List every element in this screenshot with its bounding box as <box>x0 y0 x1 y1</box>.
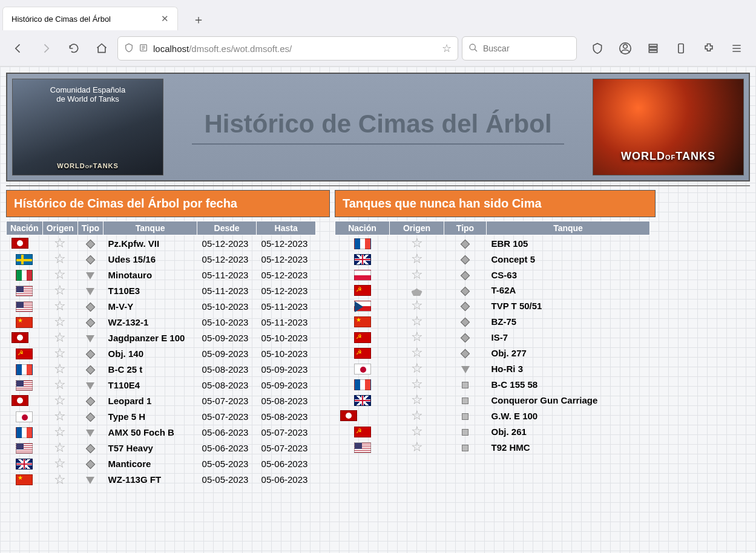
shield-icon <box>124 43 134 54</box>
cell-tank: AMX 50 Foch B <box>104 424 197 440</box>
extension-icon-1[interactable] <box>640 36 666 61</box>
table-right: NaciónOrigenTipoTanque☆EBR 105☆Concept 5… <box>335 221 650 455</box>
ublock-icon[interactable] <box>584 36 611 61</box>
origin-star-icon: ☆ <box>411 394 423 406</box>
cell-origin: ☆ <box>42 267 77 283</box>
cell-tank: TVP T 50/51 <box>487 298 650 313</box>
cell-type <box>444 235 487 252</box>
forward-button[interactable] <box>34 36 58 61</box>
cell-tank: WZ-113G FT <box>104 471 197 487</box>
origin-star-icon: ☆ <box>54 269 66 281</box>
cell-tank: Obj. 261 <box>487 424 650 439</box>
browser-tab[interactable]: Histórico de Cimas del Árbol ✕ <box>2 7 178 30</box>
home-button[interactable] <box>90 36 114 61</box>
cell-tank: Conqueror Gun Carriage <box>487 392 650 408</box>
device-icon[interactable] <box>668 36 694 61</box>
table-left-block: Hístórico de Cimas del Árbol por fecha N… <box>6 190 330 488</box>
cell-origin: ☆ <box>42 330 77 345</box>
flag-uk-icon <box>16 459 33 470</box>
cell-origin: ☆ <box>42 314 77 330</box>
cell-from: 05-05-2023 <box>197 456 257 471</box>
svg-rect-7 <box>679 44 683 53</box>
cell-tank: T110E4 <box>104 377 197 393</box>
cell-type <box>444 361 487 376</box>
menu-icon[interactable] <box>723 36 750 61</box>
type-medium-icon <box>86 460 96 470</box>
cell-origin: ☆ <box>42 361 77 377</box>
cell-origin: ☆ <box>390 329 444 345</box>
cell-tank: B-C 25 t <box>104 361 197 377</box>
table-row: ☆WZ-113G FT05-05-202305-06-2023 <box>7 471 316 487</box>
cell-type <box>77 251 103 267</box>
cell-origin: ☆ <box>390 235 444 252</box>
cell-from: 05-06-2023 <box>197 440 257 456</box>
cell-from: 05-10-2023 <box>197 298 257 314</box>
cell-from: 05-07-2023 <box>197 393 257 408</box>
flag-fr-icon <box>16 364 33 375</box>
type-medium-icon <box>86 397 96 407</box>
cell-tank: G.W. E 100 <box>487 408 650 424</box>
cell-to: 05-12-2023 <box>257 235 316 252</box>
type-medium-icon <box>461 333 470 343</box>
url-bar[interactable]: localhost/dmsoft.es/wot.dmsoft.es/ ☆ <box>117 36 458 61</box>
flag-uk-icon <box>354 395 371 406</box>
cell-from: 05-07-2023 <box>197 408 257 424</box>
cell-nation <box>335 408 390 424</box>
table-right-title: Tanques que nunca han sido Cima <box>335 190 656 217</box>
cell-origin: ☆ <box>42 283 77 298</box>
col-header: Tipo <box>77 221 103 235</box>
table-left-title: Hístórico de Cimas del Árbol por fecha <box>6 190 330 217</box>
reload-button[interactable] <box>62 36 86 61</box>
account-icon[interactable] <box>612 36 639 61</box>
cell-type <box>444 424 487 439</box>
extensions-icon[interactable] <box>695 36 722 61</box>
star-bookmark-icon[interactable]: ☆ <box>442 42 452 55</box>
origin-star-icon: ☆ <box>411 362 423 375</box>
cell-type <box>444 313 487 329</box>
cell-origin: ☆ <box>390 424 444 439</box>
back-button[interactable] <box>6 36 30 61</box>
site-info-icon[interactable] <box>139 43 148 54</box>
origin-star-icon: ☆ <box>54 363 66 375</box>
close-tab-icon[interactable]: ✕ <box>161 13 169 24</box>
cell-from: 05-11-2023 <box>197 267 257 283</box>
origin-star-icon: ☆ <box>411 347 423 359</box>
new-tab-button[interactable]: ＋ <box>188 8 209 30</box>
type-spg-icon <box>462 398 468 404</box>
flag-su-icon <box>354 427 371 437</box>
type-medium-icon <box>461 349 470 359</box>
banner-center: Histórico de Cimas del Árbol <box>169 110 587 145</box>
type-medium-icon <box>461 302 470 312</box>
cell-to: 05-12-2023 <box>257 283 316 298</box>
flag-de-reich-icon <box>12 332 28 343</box>
table-row: ☆M-V-Y05-10-202305-11-2023 <box>7 298 316 314</box>
cell-to: 05-11-2023 <box>257 298 316 314</box>
col-header: Tanque <box>487 221 650 235</box>
cell-tank: Udes 15/16 <box>104 251 197 267</box>
search-box[interactable]: Buscar <box>462 36 577 61</box>
type-spg-icon <box>462 382 468 388</box>
cell-nation <box>335 392 390 408</box>
cell-nation <box>335 267 390 283</box>
type-medium-icon <box>86 444 96 454</box>
table-row: ☆AMX 50 Foch B05-06-202305-07-2023 <box>7 424 316 440</box>
cell-type <box>77 330 103 345</box>
divider <box>6 185 750 186</box>
origin-star-icon: ☆ <box>54 253 66 265</box>
table-row: ☆T110E305-11-202305-12-2023 <box>7 283 316 298</box>
col-header: Nación <box>335 221 390 235</box>
cell-type <box>444 408 487 424</box>
origin-star-icon: ☆ <box>411 441 423 453</box>
cell-from: 05-06-2023 <box>197 424 257 440</box>
cell-origin: ☆ <box>390 313 444 329</box>
flag-su-icon <box>16 348 33 359</box>
table-row: ☆T57 Heavy05-06-202305-07-2023 <box>7 440 316 456</box>
cell-nation <box>335 251 390 267</box>
col-header: Desde <box>197 221 257 235</box>
cell-type <box>77 408 103 424</box>
browser-toolbar: localhost/dmsoft.es/wot.dmsoft.es/ ☆ Bus… <box>0 30 756 67</box>
cell-nation <box>7 251 43 267</box>
cell-nation <box>335 345 390 361</box>
flag-us-icon <box>16 301 33 312</box>
cell-to: 05-09-2023 <box>257 361 316 377</box>
